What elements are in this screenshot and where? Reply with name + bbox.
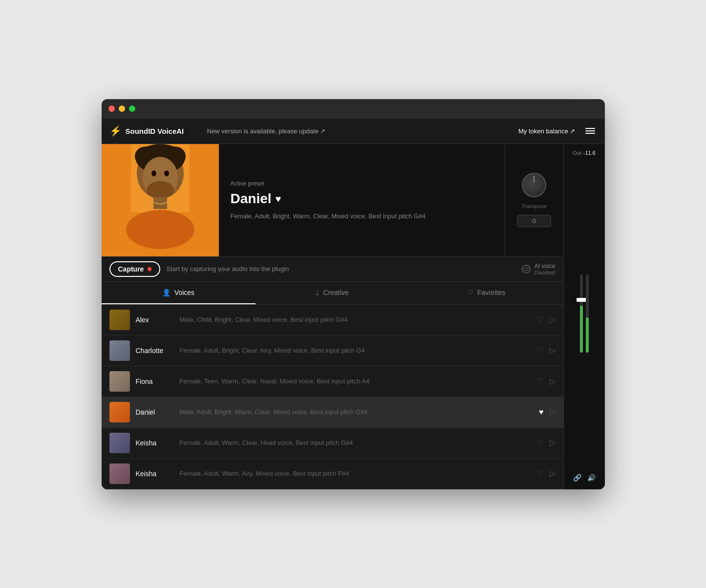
main-content: Active preset Daniel ♥ Female, Adult, Br… <box>102 144 605 489</box>
voices-list: Alex Male, Child, Bright, Clear, Mixed v… <box>102 305 563 489</box>
capture-dot <box>148 267 151 271</box>
transpose-knob[interactable] <box>522 173 546 197</box>
favorite-button[interactable]: ♡ <box>537 377 544 386</box>
voice-row[interactable]: Keisha Female, Adult, Warm, Clear, Head … <box>102 428 563 459</box>
fader-track-left[interactable] <box>580 274 583 353</box>
right-panel: Out -11.6 🔗 🔊 <box>563 144 605 489</box>
voice-avatar <box>109 371 130 392</box>
favorite-button[interactable]: ♡ <box>537 346 544 355</box>
voice-avatar <box>109 310 130 330</box>
voice-name: Alex <box>136 316 180 324</box>
voice-avatar <box>109 433 130 453</box>
transpose-value[interactable]: 0 <box>517 215 551 227</box>
voice-actions: ♡ ▷ <box>537 315 556 324</box>
voice-tags: Female, Adult, Warm, Airy, Mixed voice, … <box>180 470 537 477</box>
out-label: Out <box>573 150 581 156</box>
ai-voice-label: AI voice <box>535 263 556 270</box>
favorite-button[interactable]: ♡ <box>537 438 544 447</box>
svg-point-8 <box>164 170 169 176</box>
voice-name: Fiona <box>136 378 180 385</box>
fader-handle[interactable] <box>577 298 586 302</box>
minimize-button[interactable] <box>119 105 125 112</box>
maximize-button[interactable] <box>129 105 135 112</box>
ai-voice-toggle[interactable]: ⏻ AI voice Disabled <box>522 263 556 275</box>
voice-name: Charlotte <box>136 347 180 355</box>
voice-tags: Female, Teen, Warm, Clear, Nasal, Mixed … <box>180 378 537 385</box>
voice-name: Keisha <box>136 439 180 447</box>
play-button[interactable]: ▷ <box>550 438 556 447</box>
fader-level-right <box>586 317 589 353</box>
voice-actions: ♥ ▷ <box>539 407 556 417</box>
preset-info: Active preset Daniel ♥ Female, Adult, Br… <box>219 144 505 256</box>
capture-bar: Capture Start by capturing your audio in… <box>102 256 563 282</box>
favorite-button[interactable]: ♡ <box>537 469 544 478</box>
left-panel: Active preset Daniel ♥ Female, Adult, Br… <box>102 144 563 489</box>
transpose-area: Transpose 0 <box>505 144 563 256</box>
bottom-icons: 🔗 🔊 <box>569 470 599 485</box>
person-icon: 👤 <box>162 289 171 296</box>
preset-tags: Female, Adult, Bright, Warm, Clear, Mixe… <box>231 212 493 220</box>
link-icon[interactable]: 🔗 <box>573 474 581 482</box>
fader-level-left <box>580 306 583 353</box>
tab-creative[interactable]: ♩ Creative <box>256 282 409 304</box>
close-button[interactable] <box>108 105 115 112</box>
voice-tags: Female, Adult, Warm, Clear, Head voice, … <box>180 439 537 446</box>
preset-name: Daniel ♥ <box>231 191 493 207</box>
preset-label: Active preset <box>231 180 493 187</box>
voice-tags: Female, Adult, Bright, Clear, Airy, Mixe… <box>180 347 537 354</box>
speaker-icon[interactable]: 🔊 <box>587 474 596 482</box>
voice-row[interactable]: Keisha Female, Adult, Warm, Airy, Mixed … <box>102 459 563 489</box>
header: ⚡ SoundID VoiceAI New version is availab… <box>102 119 605 144</box>
voice-row[interactable]: Daniel Male, Adult, Bright, Warm, Clear,… <box>102 397 563 428</box>
logo-text: SoundID VoiceAI <box>126 127 184 135</box>
voice-actions: ♡ ▷ <box>537 377 556 386</box>
capture-button[interactable]: Capture <box>109 261 161 277</box>
svg-point-9 <box>147 181 174 199</box>
voice-avatar <box>109 402 130 422</box>
titlebar <box>102 99 605 119</box>
out-meter-label: Out -11.6 <box>573 148 596 158</box>
favorite-button[interactable]: ♡ <box>537 315 544 324</box>
tab-voices[interactable]: 👤 Voices <box>102 282 256 304</box>
ai-voice-status: Disabled <box>535 270 556 275</box>
voice-name: Keisha <box>136 470 180 478</box>
voice-avatar <box>109 463 130 484</box>
favorite-button[interactable]: ♥ <box>539 408 544 417</box>
voice-actions: ♡ ▷ <box>537 469 556 478</box>
voice-row[interactable]: Charlotte Female, Adult, Bright, Clear, … <box>102 336 563 366</box>
header-right: My token balance ↗ <box>518 126 597 136</box>
transpose-label: Transpose <box>521 203 547 209</box>
voice-actions: ♡ ▷ <box>537 346 556 355</box>
voice-row[interactable]: Fiona Female, Teen, Warm, Clear, Nasal, … <box>102 366 563 397</box>
logo: ⚡ SoundID VoiceAI <box>109 125 207 137</box>
play-button[interactable]: ▷ <box>550 346 556 355</box>
voice-tags: Male, Adult, Bright, Warm, Clear, Mixed … <box>180 408 539 416</box>
svg-point-7 <box>151 170 156 176</box>
play-button[interactable]: ▷ <box>550 407 556 417</box>
preset-area: Active preset Daniel ♥ Female, Adult, Br… <box>102 144 563 256</box>
voice-name: Daniel <box>136 408 180 416</box>
menu-button[interactable] <box>583 126 597 136</box>
play-button[interactable]: ▷ <box>550 469 556 478</box>
out-value: -11.6 <box>583 150 596 156</box>
fader-track-right[interactable] <box>586 274 589 353</box>
app-window: ⚡ SoundID VoiceAI New version is availab… <box>102 99 605 489</box>
play-button[interactable]: ▷ <box>550 377 556 386</box>
heart-icon: ♡ <box>467 289 473 296</box>
update-notice[interactable]: New version is available, please update … <box>207 127 518 135</box>
logo-icon: ⚡ <box>109 125 122 137</box>
voice-tags: Male, Child, Bright, Clear, Mixed voice,… <box>180 316 537 323</box>
svg-point-11 <box>126 210 194 249</box>
power-icon: ⏻ <box>522 265 531 273</box>
fader-container <box>580 158 589 470</box>
voice-actions: ♡ ▷ <box>537 438 556 447</box>
play-button[interactable]: ▷ <box>550 315 556 324</box>
preset-image <box>102 144 219 256</box>
tabs: 👤 Voices ♩ Creative ♡ Favorites <box>102 282 563 305</box>
voice-avatar <box>109 340 130 361</box>
token-balance-link[interactable]: My token balance ↗ <box>518 127 576 135</box>
tab-favorites[interactable]: ♡ Favorites <box>409 282 563 304</box>
capture-hint: Start by capturing your audio into the p… <box>166 265 289 273</box>
voice-row[interactable]: Alex Male, Child, Bright, Clear, Mixed v… <box>102 305 563 336</box>
preset-heart-icon[interactable]: ♥ <box>276 193 281 205</box>
